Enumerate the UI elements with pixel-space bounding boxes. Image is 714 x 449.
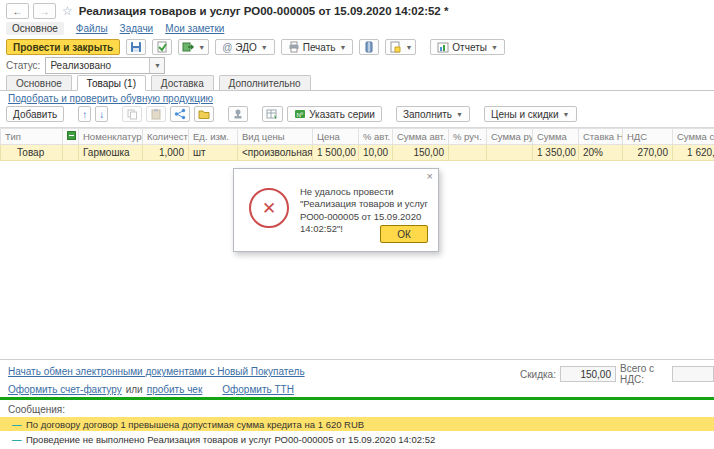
cell-quantity[interactable]: 1,000 <box>143 145 189 161</box>
status-combobox[interactable]: Реализовано ▼ <box>45 57 165 74</box>
share-button[interactable] <box>170 106 190 122</box>
move-up-button[interactable]: ↑ <box>78 106 91 122</box>
post-document-icon <box>156 41 168 53</box>
post-document-button[interactable] <box>152 39 172 55</box>
col-quantity[interactable]: Количество <box>143 129 189 145</box>
post-and-close-button[interactable]: Провести и закрыть <box>6 39 120 55</box>
reports-label: Отчеты <box>452 42 487 53</box>
paste-row-button[interactable] <box>146 106 166 122</box>
col-marker[interactable] <box>63 129 79 145</box>
cell-vat-rate[interactable]: 20% <box>579 145 623 161</box>
cell-marker[interactable] <box>63 145 79 161</box>
copy-row-button[interactable] <box>122 106 142 122</box>
col-price[interactable]: Цена <box>313 129 359 145</box>
col-pct-auto[interactable]: % авт. <box>359 129 393 145</box>
invoice-link[interactable]: Оформить счет-фактуру <box>8 384 122 395</box>
message-item-credit-exceeded[interactable]: — По договору договор 1 превышена допуст… <box>0 417 714 431</box>
table-row[interactable]: Товар Гармошка 1,000 шт <произвольная> 1… <box>1 145 714 161</box>
ttn-link[interactable]: Оформить ТТН <box>222 384 294 395</box>
dialog-close-icon[interactable]: × <box>427 170 433 182</box>
stamp-button[interactable] <box>228 106 248 122</box>
col-type[interactable]: Тип <box>1 129 63 145</box>
series-icon: Nº <box>294 108 306 120</box>
forward-button[interactable]: → <box>33 3 56 19</box>
nav-item-files[interactable]: Файлы <box>76 23 108 34</box>
nav-item-tasks[interactable]: Задачи <box>120 23 154 34</box>
edi-exchange-link[interactable]: Начать обмен электронными документами с … <box>8 366 305 377</box>
col-unit[interactable]: Ед. изм. <box>189 129 238 145</box>
folder-button[interactable] <box>194 106 214 122</box>
back-button[interactable]: ← <box>6 3 29 19</box>
tab-delivery[interactable]: Доставка <box>151 75 214 90</box>
col-sum-auto[interactable]: Сумма авт. <box>393 129 449 145</box>
table-refresh-icon <box>266 108 279 120</box>
error-icon: ✕ <box>249 188 289 228</box>
nav-item-main[interactable]: Основное <box>6 22 64 35</box>
message-item-posting-failed[interactable]: — Проведение не выполнено Реализация тов… <box>0 432 714 446</box>
status-dropdown-button[interactable]: ▼ <box>149 58 164 73</box>
cell-unit[interactable]: шт <box>189 145 238 161</box>
cell-sum[interactable]: 1 350,00 <box>533 145 579 161</box>
stamp-icon <box>232 108 244 120</box>
cell-sum-vat[interactable]: 1 620,00 <box>673 145 714 161</box>
cell-price-selected[interactable]: 1 500,00 <box>313 145 359 161</box>
col-vat-rate[interactable]: Ставка НДС <box>579 129 623 145</box>
prices-discounts-label: Цены и скидки <box>491 109 559 120</box>
tab-goods[interactable]: Товары (1) <box>77 75 146 91</box>
create-based-on-button[interactable]: ▼ <box>178 39 209 55</box>
col-vat[interactable]: НДС <box>623 129 673 145</box>
pick-and-check-link[interactable]: Подобрать и проверить обувную продукцию <box>8 93 213 104</box>
col-sum[interactable]: Сумма <box>533 129 579 145</box>
favorite-star-icon[interactable]: ☆ <box>62 4 73 18</box>
add-row-button[interactable]: Добавить <box>6 106 64 122</box>
error-cross-glyph: ✕ <box>262 198 276 219</box>
edo-button[interactable]: @ ЭДО ▼ <box>215 39 275 55</box>
titlebar: ← → ☆ Реализация товаров и услуг РО00-00… <box>6 3 448 19</box>
clipboard-icon <box>150 108 162 120</box>
tab-extra[interactable]: Дополнительно <box>219 75 311 90</box>
edo-icon: @ <box>222 42 232 53</box>
message-text: По договору договор 1 превышена допустим… <box>26 419 364 430</box>
save-icon <box>130 41 142 53</box>
cell-vat[interactable]: 270,00 <box>623 145 673 161</box>
fill-button[interactable]: Заполнить ▼ <box>396 106 470 122</box>
cell-pct-manual[interactable] <box>449 145 487 161</box>
cell-pct-auto[interactable]: 10,00 <box>359 145 393 161</box>
discount-field[interactable]: 150,00 <box>560 366 616 382</box>
nav-item-notes[interactable]: Мои заметки <box>165 23 224 34</box>
col-pct-manual[interactable]: % руч. <box>449 129 487 145</box>
create-based-on-icon <box>182 41 194 53</box>
col-sum-vat[interactable]: Сумма с НДС <box>673 129 714 145</box>
prices-discounts-button[interactable]: Цены и скидки ▼ <box>484 106 577 122</box>
accounting-register-button[interactable] <box>359 39 379 55</box>
col-price-kind[interactable]: Вид цены <box>238 129 313 145</box>
save-button[interactable] <box>126 39 146 55</box>
tab-main[interactable]: Основное <box>6 75 72 90</box>
arrow-down-icon: ↓ <box>99 109 104 120</box>
table-refresh-button[interactable] <box>262 106 283 122</box>
print-button[interactable]: Печать ▼ <box>281 39 354 55</box>
receipt-link[interactable]: пробить чек <box>147 384 203 395</box>
specify-series-button[interactable]: Nº Указать серии <box>287 106 382 122</box>
reports-button[interactable]: Отчеты ▼ <box>430 39 505 55</box>
total-label: Всего с НДС: <box>620 363 668 385</box>
col-sum-manual[interactable]: Сумма руч. <box>487 129 533 145</box>
move-down-button[interactable]: ↓ <box>95 106 108 122</box>
cell-type[interactable]: Товар <box>1 145 63 161</box>
cell-nomenclature[interactable]: Гармошка <box>79 145 143 161</box>
caret-down-icon: ▼ <box>261 44 268 51</box>
arrow-up-icon: ↑ <box>82 109 87 120</box>
caret-down-icon: ▼ <box>456 111 463 118</box>
svg-text:Nº: Nº <box>297 112 304 118</box>
messages-splitter[interactable] <box>0 397 714 400</box>
document-actions-button[interactable]: ▼ <box>385 39 416 55</box>
col-nomenclature[interactable]: Номенклатура <box>79 129 143 145</box>
status-label: Статус: <box>6 60 40 71</box>
cell-sum-auto[interactable]: 150,00 <box>393 145 449 161</box>
cell-sum-manual[interactable] <box>487 145 533 161</box>
cell-price-kind[interactable]: <произвольная> <box>238 145 313 161</box>
discount-label: Скидка: <box>520 369 556 380</box>
total-with-vat-field[interactable] <box>672 366 714 382</box>
print-icon <box>288 41 300 53</box>
ok-button[interactable]: ОК <box>380 225 428 243</box>
